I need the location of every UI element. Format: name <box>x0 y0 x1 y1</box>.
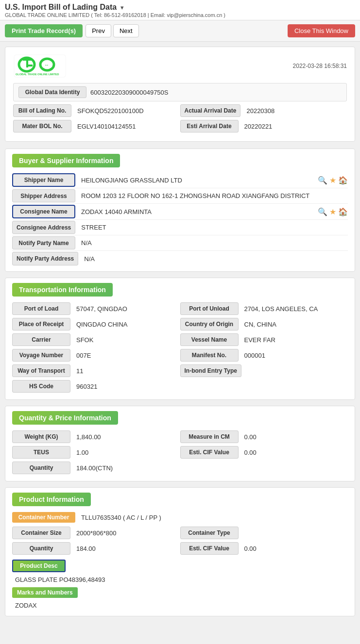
teus-cif-row: TEUS 1.00 Esti. CIF Value 0.00 <box>12 445 348 460</box>
mater-bol-no-label: Mater BOL No. <box>13 120 71 132</box>
consignee-search-icon[interactable]: 🔍 <box>318 207 327 216</box>
marks-value-row: ZODAX <box>12 600 348 611</box>
product-section: Product Information Container Number TLL… <box>5 487 355 616</box>
port-of-load-value: 57047, QINGDAO <box>73 303 180 315</box>
star-icon[interactable]: ★ <box>329 176 336 185</box>
consignee-icons: 🔍 ★ 🏠 <box>318 207 348 216</box>
port-of-unload-value: 2704, LOS ANGELES, CA <box>241 303 348 315</box>
transport-bond-row: Way of Transport 11 In-bond Entry Type <box>12 363 348 378</box>
dropdown-arrow[interactable]: ▾ <box>120 4 124 11</box>
carrier-half: Carrier SFOK <box>12 332 180 347</box>
transportation-section: Transportation Information Port of Load … <box>5 278 355 400</box>
product-header: Product Information <box>12 493 91 506</box>
buyer-supplier-section: Buyer & Supplier Information Shipper Nam… <box>5 149 355 272</box>
shipper-name-row: Shipper Name HEILONGJIANG GRASSLAND LTD … <box>12 172 348 188</box>
hs-code-row: HS Code 960321 <box>12 379 348 394</box>
actual-arrival-date-label: Actual Arrival Date <box>180 104 241 117</box>
carrier-value: SFOK <box>73 334 180 346</box>
container-size-value: 2000*806*800 <box>73 527 180 539</box>
consignee-name-value: ZODAX 14040 ARMINTA <box>78 206 314 218</box>
weight-label: Weight (KG) <box>12 430 70 443</box>
hs-code-label: HS Code <box>12 380 70 393</box>
way-of-transport-label: Way of Transport <box>12 364 70 377</box>
transportation-header: Transportation Information <box>12 283 113 297</box>
gto-logo: ↔ GLOBAL TRADE ONLINE LIMITED <box>13 54 67 78</box>
container-size-half: Container Size 2000*806*800 <box>12 526 180 540</box>
bol-row-2: Mater BOL No. EGLV140104124551 Esti Arri… <box>13 119 347 133</box>
bol-half-right: Actual Arrival Date 20220308 <box>180 103 347 118</box>
product-desc-value: GLASS PLATE PO48396,48493 <box>15 576 105 583</box>
product-desc-value-row: GLASS PLATE PO48396,48493 <box>12 574 348 586</box>
global-data-identity-label: Global Data Identity <box>18 86 86 98</box>
print-button[interactable]: Print Trade Record(s) <box>5 24 83 37</box>
quantity-half: Quantity 184.00(CTN) <box>12 461 348 475</box>
vessel-name-value: EVER FAR <box>241 334 348 346</box>
close-button[interactable]: Close This Window <box>288 24 355 37</box>
carrier-vessel-row: Carrier SFOK Vessel Name EVER FAR <box>12 332 348 347</box>
svg-text:GLOBAL TRADE ONLINE LIMITED: GLOBAL TRADE ONLINE LIMITED <box>16 73 59 76</box>
in-bond-half: In-bond Entry Type <box>180 363 348 378</box>
manifest-half: Manifest No. 000001 <box>180 348 348 363</box>
container-number-row: Container Number TLLU7635340 ( AC / L / … <box>12 511 348 524</box>
record-card: ↔ GLOBAL TRADE ONLINE LIMITED 2022-03-28… <box>5 47 355 142</box>
container-type-half: Container Type <box>180 526 348 540</box>
container-type-value <box>241 530 348 535</box>
global-data-identity-value: 600320220309000049750S <box>90 89 169 96</box>
shipper-icons: 🔍 ★ 🏠 <box>318 176 348 185</box>
port-unload-half: Port of Unload 2704, LOS ANGELES, CA <box>180 301 348 316</box>
prev-button[interactable]: Prev <box>86 24 111 37</box>
global-data-identity-row: Global Data Identity 6003202203090000497… <box>13 83 347 101</box>
product-cif-half: Esti. CIF Value 0.00 <box>180 541 348 556</box>
shipper-name-label: Shipper Name <box>12 173 75 187</box>
buyer-supplier-header: Buyer & Supplier Information <box>12 154 120 167</box>
vessel-half: Vessel Name EVER FAR <box>180 332 348 347</box>
product-quantity-label: Quantity <box>12 542 70 555</box>
notify-party-address-value: N/A <box>81 251 348 266</box>
bol-half-left: Bill of Lading No. SFOKQD5220100100D <box>13 103 180 118</box>
consignee-address-row: Consignee Address STREET <box>12 220 348 235</box>
timestamp: 2022-03-28 16:58:31 <box>293 63 347 69</box>
esti-arrival-half: Esti Arrival Date 20220221 <box>180 119 347 133</box>
weight-measure-row: Weight (KG) 1,840.00 Measure in CM 0.00 <box>12 429 348 444</box>
container-number-label: Container Number <box>12 512 75 523</box>
svg-rect-5 <box>26 59 28 67</box>
measure-half: Measure in CM 0.00 <box>180 429 348 444</box>
country-of-origin-value: CN, CHINA <box>241 318 348 330</box>
container-size-label: Container Size <box>12 527 70 539</box>
marks-label-row: Marks and Numbers <box>12 586 348 599</box>
logo-row: ↔ GLOBAL TRADE ONLINE LIMITED 2022-03-28… <box>13 54 347 78</box>
page-title: U.S. Import Bill of Lading Data <box>5 3 117 12</box>
way-of-transport-value: 11 <box>73 365 180 377</box>
place-of-receipt-half: Place of Receipt QINGDAO CHINA <box>12 317 180 331</box>
esti-cif-half: Esti. CIF Value 0.00 <box>180 445 348 460</box>
shipper-name-value: HEILONGJIANG GRASSLAND LTD <box>78 174 314 186</box>
home-icon[interactable]: 🏠 <box>338 176 348 185</box>
port-of-unload-label: Port of Unload <box>180 302 239 315</box>
place-of-receipt-label: Place of Receipt <box>12 318 70 330</box>
esti-arrival-date-value: 20220221 <box>241 120 347 132</box>
hs-code-value: 960321 <box>73 380 348 393</box>
search-icon[interactable]: 🔍 <box>318 176 327 185</box>
way-transport-half: Way of Transport 11 <box>12 363 180 378</box>
hs-code-half: HS Code 960321 <box>12 379 348 394</box>
bill-of-lading-no-value: SFOKQD5220100100D <box>74 105 180 117</box>
voyage-manifest-row: Voyage Number 007E Manifest No. 000001 <box>12 348 348 363</box>
port-load-half: Port of Load 57047, QINGDAO <box>12 301 180 316</box>
next-button[interactable]: Next <box>113 24 139 37</box>
measure-in-cm-value: 0.00 <box>241 431 348 443</box>
consignee-address-label: Consignee Address <box>12 221 75 234</box>
consignee-name-label: Consignee Name <box>12 205 75 218</box>
quantity-label: Quantity <box>12 462 70 474</box>
consignee-star-icon[interactable]: ★ <box>329 207 336 216</box>
toolbar: Print Trade Record(s) Prev Next Close Th… <box>0 20 360 42</box>
quantity-value: 184.00(CTN) <box>73 462 348 474</box>
measure-in-cm-label: Measure in CM <box>180 430 239 443</box>
consignee-name-row: Consignee Name ZODAX 14040 ARMINTA 🔍 ★ 🏠 <box>12 204 348 220</box>
in-bond-entry-type-value <box>244 368 348 373</box>
product-desc-label: Product Desc <box>12 560 66 572</box>
manifest-no-value: 000001 <box>241 349 348 362</box>
weight-half: Weight (KG) 1,840.00 <box>12 429 180 444</box>
country-of-origin-half: Country of Origin CN, CHINA <box>180 317 348 331</box>
carrier-label: Carrier <box>12 333 70 346</box>
consignee-home-icon[interactable]: 🏠 <box>338 207 348 216</box>
